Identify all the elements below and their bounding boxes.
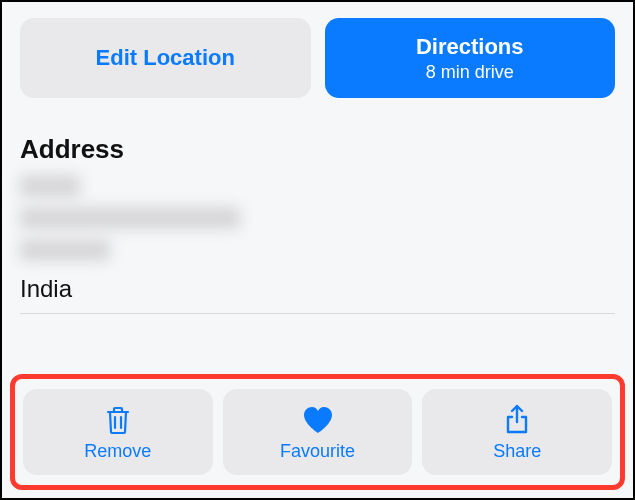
address-line-redacted [20, 175, 80, 197]
address-line-redacted [20, 207, 240, 229]
action-bar: Remove Favourite Share [23, 389, 612, 475]
edit-location-button[interactable]: Edit Location [20, 18, 311, 98]
trash-icon [105, 403, 131, 437]
directions-subtitle: 8 min drive [426, 62, 514, 83]
directions-button[interactable]: Directions 8 min drive [325, 18, 616, 98]
address-heading: Address [20, 134, 615, 165]
divider [20, 313, 615, 314]
share-button[interactable]: Share [422, 389, 612, 475]
favourite-button[interactable]: Favourite [223, 389, 413, 475]
action-bar-highlight: Remove Favourite Share [10, 374, 625, 490]
favourite-label: Favourite [280, 441, 355, 462]
edit-location-label: Edit Location [96, 45, 235, 71]
share-icon [503, 403, 531, 437]
remove-label: Remove [84, 441, 151, 462]
heart-icon [301, 403, 335, 437]
share-label: Share [493, 441, 541, 462]
address-line-redacted [20, 239, 110, 261]
directions-title: Directions [416, 34, 524, 60]
address-country: India [20, 275, 615, 303]
remove-button[interactable]: Remove [23, 389, 213, 475]
